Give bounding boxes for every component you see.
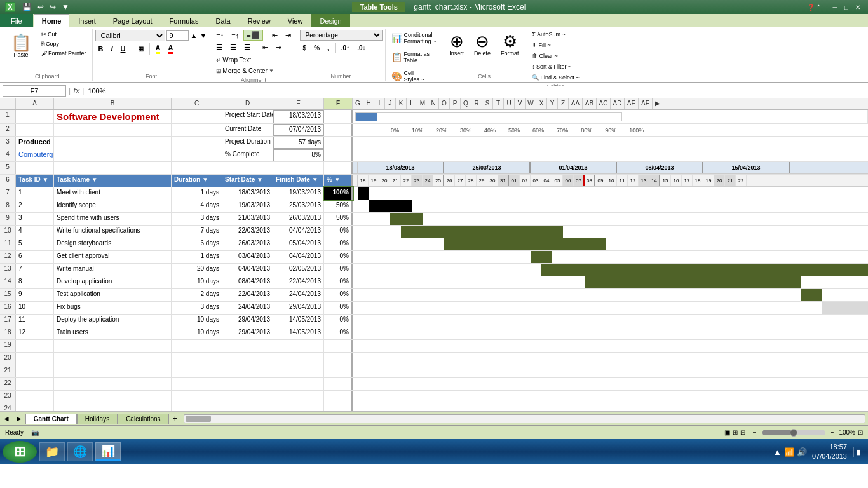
cell-17-C[interactable]: 10 days xyxy=(172,315,222,327)
bold-button[interactable]: B xyxy=(95,44,107,54)
col-header-A[interactable]: A xyxy=(16,98,54,109)
align-center-btn[interactable]: ☰ xyxy=(227,42,240,53)
table-row[interactable]: 16 10 Fix bugs 3 days 24/04/2013 29/04/2… xyxy=(0,302,868,315)
format-button[interactable]: ⚙ Format xyxy=(496,30,524,60)
find-select-button[interactable]: 🔍 Find & Select ~ xyxy=(529,73,582,82)
cell-2-F[interactable] xyxy=(324,124,353,136)
cell-9-B[interactable]: Spend time with users xyxy=(54,213,172,225)
cell-14-E[interactable]: 22/04/2013 xyxy=(273,276,324,288)
cell-20-E[interactable] xyxy=(273,353,324,365)
col-header-E[interactable]: E xyxy=(273,98,324,109)
tab-view[interactable]: View xyxy=(280,14,311,27)
tray-arrow-icon[interactable]: ▲ xyxy=(773,447,782,457)
cell-17-E[interactable]: 14/05/2013 xyxy=(273,315,324,327)
cell-13-E[interactable]: 02/05/2013 xyxy=(273,264,324,276)
page-break-btn[interactable]: ⊟ xyxy=(740,429,745,436)
table-row[interactable]: 17 11 Deploy the application 10 days 29/… xyxy=(0,315,868,327)
table-row[interactable]: 12 6 Get client approval 1 days 03/04/20… xyxy=(0,251,868,264)
cell-1-B[interactable]: Software Development xyxy=(54,110,172,123)
conditional-formatting-button[interactable]: 📊 Conditional Formatting ~ xyxy=(388,30,440,46)
paste-button[interactable]: 📋 Paste xyxy=(5,30,37,62)
tab-page-layout[interactable]: Page Layout xyxy=(105,14,161,27)
col-header-O[interactable]: O xyxy=(439,98,450,109)
cell-13-A[interactable]: 7 xyxy=(16,264,54,276)
cell-17-D[interactable]: 29/04/2013 xyxy=(222,315,273,327)
minimize-btn[interactable]: ─ xyxy=(830,3,840,11)
cell-7-C[interactable]: 1 days xyxy=(172,187,222,200)
cell-18-F[interactable]: 0% ┐ xyxy=(324,327,353,339)
col-header-W[interactable]: W xyxy=(526,98,536,109)
cell-20-C[interactable] xyxy=(172,353,222,365)
zoom-out-btn[interactable]: − xyxy=(753,429,757,436)
cell-15-A[interactable]: 9 xyxy=(16,289,54,301)
col-header-M[interactable]: M xyxy=(417,98,428,109)
normal-view-btn[interactable]: ▣ xyxy=(724,429,730,436)
number-format-select[interactable]: Percentage General Number Currency xyxy=(300,30,383,41)
page-layout-btn[interactable]: ⊞ xyxy=(733,429,738,436)
decrease-indent-btn[interactable]: ⇤ xyxy=(259,42,271,53)
zoom-percent-icon[interactable]: ⊡ xyxy=(858,429,863,436)
cell-15-C[interactable]: 2 days xyxy=(172,289,222,301)
cell-23-F[interactable] xyxy=(324,391,353,403)
font-size-input[interactable] xyxy=(166,30,189,41)
cell-8-C[interactable]: 4 days xyxy=(172,200,222,212)
cell-14-F[interactable]: 0% xyxy=(324,276,353,288)
accounting-btn[interactable]: $ xyxy=(300,43,310,53)
cell-11-C[interactable]: 6 days xyxy=(172,238,222,250)
fill-color-button[interactable]: A xyxy=(153,43,164,55)
format-painter-button[interactable]: 🖌 Format Painter xyxy=(38,49,90,58)
cell-5-B[interactable] xyxy=(54,162,172,174)
cell-9-A[interactable]: 3 xyxy=(16,213,54,225)
cell-11-D[interactable]: 26/03/2013 xyxy=(222,238,273,250)
cell-10-E[interactable]: 04/04/2013 xyxy=(273,226,324,238)
cell-16-F[interactable]: 0% xyxy=(324,302,353,314)
name-box[interactable] xyxy=(3,85,66,97)
cell-15-F[interactable]: 0% xyxy=(324,289,353,301)
cell-10-C[interactable]: 7 days xyxy=(172,226,222,238)
minimize-ribbon-btn[interactable]: ⌃ xyxy=(816,4,821,11)
cell-16-D[interactable]: 24/04/2013 xyxy=(222,302,273,314)
col-header-AD[interactable]: AD xyxy=(611,98,625,109)
cell-8-D[interactable]: 19/03/2013 xyxy=(222,200,273,212)
cell-19-C[interactable] xyxy=(172,340,222,352)
cell-21-E[interactable] xyxy=(273,365,324,377)
sheet-tab-gantt[interactable]: Gantt Chart xyxy=(25,414,77,424)
cell-23-D[interactable] xyxy=(222,391,273,403)
cell-11-F[interactable]: 0% xyxy=(324,238,353,250)
cell-2-A[interactable] xyxy=(16,124,54,136)
cell-24-A[interactable] xyxy=(16,403,54,411)
col-header-H[interactable]: H xyxy=(363,98,374,109)
cell-21-D[interactable] xyxy=(222,365,273,377)
table-row[interactable]: 10 4 Write functional specifications 7 d… xyxy=(0,226,868,238)
fill-button[interactable]: ⬇ Fill ~ xyxy=(529,41,582,50)
col-header-AB[interactable]: AB xyxy=(583,98,597,109)
align-left-btn[interactable]: ☰ xyxy=(213,42,226,53)
cell-4-C[interactable] xyxy=(172,149,222,161)
formula-input[interactable] xyxy=(86,86,865,96)
cell-12-D[interactable]: 03/04/2013 xyxy=(222,251,273,263)
cell-4-D[interactable]: % Complete xyxy=(222,149,273,161)
insert-button[interactable]: ⊕ Insert xyxy=(445,30,468,60)
cell-5-D[interactable] xyxy=(222,162,273,174)
col-header-J[interactable]: J xyxy=(385,98,396,109)
cell-23-B[interactable] xyxy=(54,391,172,403)
cell-12-E[interactable]: 04/04/2013 xyxy=(273,251,324,263)
save-quick-btn[interactable]: 💾 xyxy=(20,2,34,12)
percent-btn[interactable]: % xyxy=(311,43,323,53)
cell-9-F[interactable]: 50% xyxy=(324,213,353,225)
col-header-Z[interactable]: Z xyxy=(558,98,569,109)
table-row[interactable]: 14 8 Develop application 10 days 08/04/2… xyxy=(0,276,868,289)
cell-14-D[interactable]: 08/04/2013 xyxy=(222,276,273,288)
clear-button[interactable]: 🗑 Clear ~ xyxy=(529,51,582,60)
cell-8-A[interactable]: 2 xyxy=(16,200,54,212)
cell-24-C[interactable] xyxy=(172,403,222,411)
table-row[interactable]: 11 5 Design storyboards 6 days 26/03/201… xyxy=(0,238,868,251)
autosum-button[interactable]: Σ AutoSum ~ xyxy=(529,30,582,39)
col-header-X[interactable]: X xyxy=(536,98,547,109)
cell-22-D[interactable] xyxy=(222,378,273,390)
cell-19-A[interactable] xyxy=(16,340,54,352)
cell-22-C[interactable] xyxy=(172,378,222,390)
tab-insert[interactable]: Insert xyxy=(70,14,104,27)
sheet-tab-calculations[interactable]: Calculations xyxy=(118,414,168,424)
align-right-btn[interactable]: ☰ xyxy=(241,42,254,53)
